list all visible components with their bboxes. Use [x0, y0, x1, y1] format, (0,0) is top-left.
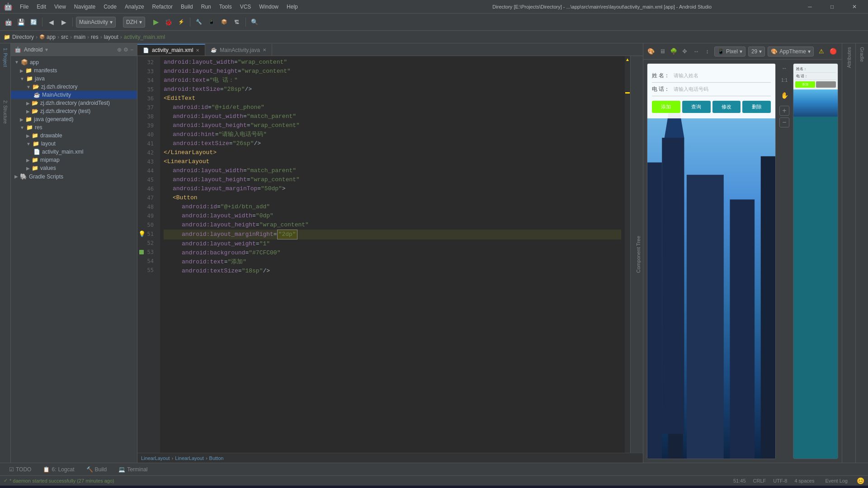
theme-selector[interactable]: 🎨 AppTheme ▾: [768, 47, 814, 56]
sync-button[interactable]: 🔄: [28, 17, 39, 28]
api-selector[interactable]: 29 ▾: [748, 47, 765, 56]
tree-item-mainactivity[interactable]: ☕ MainActivity: [11, 91, 137, 99]
add-button[interactable]: 添加: [652, 101, 680, 113]
tab-mainactivity-java[interactable]: ☕ MainActivity.java ✕: [205, 44, 272, 56]
menu-tools[interactable]: Tools: [216, 3, 236, 11]
collapse-icon[interactable]: −: [130, 47, 133, 53]
device-selector[interactable]: 📱 Pixel ▾: [714, 47, 745, 56]
indent-info[interactable]: 4 spaces: [794, 478, 814, 483]
crumb-file[interactable]: activity_main.xml: [124, 34, 165, 40]
breadcrumb-linearlayout1[interactable]: LinearLayout: [141, 455, 170, 461]
breadcrumb-linearlayout2[interactable]: LinearLayout: [175, 455, 204, 461]
component-tree-label[interactable]: Component Tree: [634, 231, 643, 277]
sdk-manager[interactable]: 📦: [219, 17, 230, 28]
tree-item-java[interactable]: ▼ 📁 java: [11, 75, 137, 83]
project-structure[interactable]: 🏗: [231, 17, 242, 28]
component-tree-toggle[interactable]: 🌳: [670, 47, 678, 56]
line-separator[interactable]: CRLF: [753, 478, 766, 483]
error-icon[interactable]: 🔴: [828, 47, 838, 56]
tree-item-res[interactable]: ▼ 📁 res: [11, 123, 137, 131]
close-button[interactable]: ✕: [844, 2, 864, 12]
tab-close-button2[interactable]: ✕: [263, 47, 266, 52]
tree-item-drawable[interactable]: ▶ 📁 drawable: [11, 131, 137, 140]
save-button[interactable]: 💾: [15, 17, 26, 28]
menu-run[interactable]: Run: [198, 3, 215, 11]
gradle-label[interactable]: Gradle: [857, 43, 868, 66]
maximize-button[interactable]: □: [822, 2, 842, 12]
zoom-out-icon[interactable]: −: [779, 117, 789, 127]
tab-close-button[interactable]: ✕: [196, 48, 199, 53]
menu-code[interactable]: Code: [100, 3, 120, 11]
delete-button[interactable]: 删除: [742, 101, 771, 113]
menu-help[interactable]: Help: [283, 3, 302, 11]
menu-navigate[interactable]: Navigate: [71, 3, 99, 11]
encoding-info[interactable]: UTF-8: [773, 478, 787, 483]
menu-edit[interactable]: Edit: [33, 3, 50, 11]
tree-item-mipmap[interactable]: ▶ 📁 mipmap: [11, 156, 137, 164]
tree-item-app[interactable]: ▼ 📦 app: [11, 58, 137, 66]
menu-refactor[interactable]: Refactor: [149, 3, 176, 11]
design-view-icon[interactable]: 🖥: [658, 47, 667, 56]
gradle-sync[interactable]: 🔧: [193, 17, 204, 28]
zoom-in-icon[interactable]: +: [779, 106, 789, 116]
tree-item-activity-xml[interactable]: 📄 activity_main.xml: [11, 148, 137, 156]
tab-todo[interactable]: ☑ TODO: [4, 465, 37, 474]
gutter-46: 46: [137, 184, 156, 193]
profile-button[interactable]: ⚡: [176, 17, 187, 28]
forward-button[interactable]: ▶: [58, 17, 69, 28]
crumb-src[interactable]: src: [61, 34, 68, 40]
query-button[interactable]: 查询: [682, 101, 711, 113]
menu-window[interactable]: Window: [255, 3, 282, 11]
tree-item-layout[interactable]: ▼ 📁 layout: [11, 140, 137, 148]
menu-analyze[interactable]: Analyze: [121, 3, 148, 11]
project-tool-button[interactable]: 1: Project: [2, 45, 9, 70]
crumb-app[interactable]: app: [47, 34, 56, 40]
crumb-res[interactable]: res: [91, 34, 99, 40]
palette-toggle[interactable]: 🎨: [647, 47, 656, 56]
tab-build[interactable]: 🔨 Build: [81, 465, 113, 474]
menu-vcs[interactable]: VCS: [236, 3, 255, 11]
android-studio-icon[interactable]: 🤖: [3, 17, 14, 28]
breadcrumb-button[interactable]: Button: [209, 455, 224, 461]
horiz-resize[interactable]: ↔: [692, 47, 700, 56]
tab-activity-xml[interactable]: 📄 activity_main.xml ✕: [137, 44, 205, 56]
pan-icon[interactable]: ✋: [779, 90, 789, 100]
tree-item-java-gen[interactable]: ▶ 📁 java (generated): [11, 115, 137, 123]
tree-item-androidtest[interactable]: ▶ 📂 zj.dzh.directory (androidTest): [11, 99, 137, 107]
event-log-link[interactable]: Event Log: [825, 478, 848, 483]
edit-button[interactable]: 修改: [712, 101, 741, 113]
menu-build[interactable]: Build: [177, 3, 197, 11]
zoom-reset-icon[interactable]: 1:1: [779, 75, 789, 85]
tab-logcat[interactable]: 📋 6: Logcat: [38, 465, 80, 474]
menu-view[interactable]: View: [51, 3, 70, 11]
tree-item-values[interactable]: ▶ 📁 values: [11, 164, 137, 172]
attributes-label[interactable]: Attributes: [844, 43, 854, 71]
tab-terminal[interactable]: 💻 Terminal: [113, 465, 153, 474]
crumb-main[interactable]: main: [74, 34, 85, 40]
menu-file[interactable]: File: [16, 3, 32, 11]
crumb-directory[interactable]: Directory: [12, 34, 34, 40]
run-button[interactable]: ▶: [151, 17, 161, 28]
main-activity-dropdown[interactable]: MainActivity ▾: [76, 17, 116, 28]
tree-item-package[interactable]: ▼ 📂 zj.dzh.directory: [11, 83, 137, 91]
encoding-text: UTF-8: [773, 478, 787, 483]
crumb-layout[interactable]: layout: [104, 34, 118, 40]
settings-icon[interactable]: ⚙: [123, 47, 128, 53]
avd-manager[interactable]: 📱: [206, 17, 217, 28]
build-message: ✓ * daemon started successfully (27 minu…: [4, 478, 114, 483]
warning-icon[interactable]: ⚠: [816, 47, 826, 56]
tree-item-gradle[interactable]: ▶ 🐘 Gradle Scripts: [11, 172, 137, 181]
debug-button[interactable]: 🐞: [163, 17, 174, 28]
code-editor[interactable]: android:layout_width="wrap_content" andr…: [160, 56, 625, 453]
locate-icon[interactable]: ⊕: [117, 47, 122, 53]
move-icon[interactable]: ✥: [680, 47, 689, 56]
vert-resize[interactable]: ↕: [703, 47, 712, 56]
device-dropdown[interactable]: DZH ▾: [123, 17, 145, 28]
tree-item-test[interactable]: ▶ 📂 zj.dzh.directory (test): [11, 107, 137, 115]
zoom-fit-icon[interactable]: ↔: [779, 63, 789, 73]
tree-item-manifests[interactable]: ▶ 📁 manifests: [11, 66, 137, 75]
search-everywhere[interactable]: 🔍: [249, 17, 260, 28]
structure-tool-button[interactable]: 2: Structure: [2, 98, 9, 127]
minimize-button[interactable]: ─: [800, 2, 820, 12]
back-button[interactable]: ◀: [46, 17, 57, 28]
